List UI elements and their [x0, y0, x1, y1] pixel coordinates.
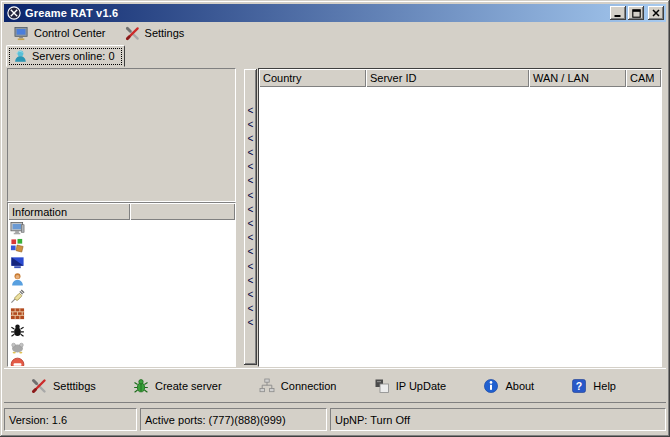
chevron-left-glyph: <	[248, 118, 254, 132]
display-icon	[10, 255, 25, 270]
minimize-icon	[614, 9, 622, 17]
titlebar: Greame RAT v1.6	[4, 4, 666, 22]
toolbar-item-label: IP UpDate	[396, 380, 447, 392]
status-version: Version: 1.6	[4, 408, 137, 431]
svg-text:?: ?	[576, 380, 582, 392]
connection-button[interactable]: Connection	[259, 378, 337, 394]
statusbar: Version: 1.6 Active ports: (777)(888)(99…	[4, 404, 666, 433]
toolbar-item-label: Setttibgs	[53, 380, 96, 392]
tab-label: Servers online: 0	[32, 50, 115, 62]
server-list-header-row: Country Server ID WAN / LAN CAM	[259, 69, 661, 87]
list-item[interactable]	[8, 339, 235, 356]
computer-icon	[10, 221, 25, 236]
components-icon	[10, 238, 25, 253]
chevron-left-glyph: <	[248, 146, 254, 160]
firewall-icon	[10, 306, 25, 321]
menu-item-label: Settings	[145, 27, 185, 39]
tab-focus-rect: Servers online: 0	[9, 48, 122, 65]
information-blank-header[interactable]	[130, 203, 235, 220]
list-item[interactable]	[8, 237, 235, 254]
online-user-icon	[13, 49, 27, 63]
mouse-icon	[10, 340, 25, 355]
splitter-collapse-button[interactable]: < < < < < < < < < < < < < < < <	[244, 69, 257, 365]
chevron-left-glyph: <	[248, 302, 254, 316]
chevron-left-glyph: <	[248, 174, 254, 188]
create-server-button[interactable]: Create server	[133, 378, 222, 394]
information-list	[8, 220, 235, 366]
tab-servers-online[interactable]: Servers online: 0	[6, 45, 125, 67]
server-list: Country Server ID WAN / LAN CAM	[258, 68, 662, 367]
toolbar-item-label: Help	[593, 380, 616, 392]
black-bug-icon	[10, 323, 25, 338]
information-panel: Information	[7, 202, 236, 367]
crossed-tools-icon	[125, 26, 140, 41]
menu-item-label: Control Center	[34, 27, 106, 39]
server-list-body[interactable]	[259, 87, 661, 366]
chevron-left-glyph: <	[248, 217, 254, 231]
list-item[interactable]	[8, 254, 235, 271]
green-bug-icon	[133, 378, 149, 394]
close-button[interactable]	[648, 6, 664, 20]
toolbar-item-label: Connection	[281, 380, 337, 392]
chevron-left-glyph: <	[248, 231, 254, 245]
list-item[interactable]	[8, 271, 235, 288]
layered-squares-icon	[374, 378, 390, 394]
settings-button[interactable]: Setttibgs	[31, 378, 96, 394]
status-upnp: UpNP: Turn Off	[330, 408, 666, 431]
information-header-row: Information	[8, 203, 235, 220]
chevron-left-glyph: <	[248, 288, 254, 302]
about-button[interactable]: About	[483, 378, 534, 394]
list-item[interactable]	[8, 305, 235, 322]
network-icon	[259, 378, 275, 394]
chevron-left-glyph: <	[248, 104, 254, 118]
monitor-icon	[14, 26, 29, 41]
status-active-ports: Active ports: (777)(888)(999)	[140, 408, 327, 431]
syringe-icon	[10, 289, 25, 304]
maximize-button[interactable]	[628, 6, 644, 20]
toolbar-item-label: About	[505, 380, 534, 392]
menu-control-center[interactable]: Control Center	[11, 25, 109, 42]
flag-preview-panel	[7, 68, 236, 202]
alert-icon	[10, 357, 25, 366]
ip-update-button[interactable]: IP UpDate	[374, 378, 447, 394]
column-header-server-id[interactable]: Server ID	[366, 69, 529, 87]
chevron-left-glyph: <	[248, 245, 254, 259]
menubar: Control Center Settings	[4, 22, 666, 44]
app-window: Greame RAT v1.6 Control Center	[0, 0, 670, 437]
chevron-left-glyph: <	[248, 203, 254, 217]
list-item[interactable]	[8, 356, 235, 366]
list-item[interactable]	[8, 288, 235, 305]
list-item[interactable]	[8, 220, 235, 237]
chevron-left-glyph: <	[248, 160, 254, 174]
bottom-toolbar: Setttibgs Create server Connection	[4, 368, 666, 403]
chevron-left-glyph: <	[248, 316, 254, 330]
app-icon	[7, 6, 21, 20]
info-circle-icon	[483, 378, 499, 394]
column-header-wan-lan[interactable]: WAN / LAN	[529, 69, 626, 87]
user-icon	[10, 272, 25, 287]
maximize-icon	[632, 9, 641, 18]
chevron-left-glyph: <	[248, 189, 254, 203]
window-title: Greame RAT v1.6	[25, 7, 608, 19]
chevron-left-glyph: <	[248, 260, 254, 274]
column-header-country[interactable]: Country	[259, 69, 366, 87]
chevron-left-glyph: <	[248, 274, 254, 288]
help-square-icon: ?	[571, 378, 587, 394]
help-button[interactable]: ? Help	[571, 378, 616, 394]
toolbar-item-label: Create server	[155, 380, 222, 392]
list-item[interactable]	[8, 322, 235, 339]
chevron-left-glyph: <	[248, 132, 254, 146]
crossed-tools-icon	[31, 378, 47, 394]
column-header-cam[interactable]: CAM	[626, 69, 661, 87]
close-icon	[652, 9, 660, 17]
information-column-header[interactable]: Information	[8, 203, 130, 220]
minimize-button[interactable]	[610, 6, 626, 20]
tab-bar: Servers online: 0	[4, 44, 666, 67]
menu-settings[interactable]: Settings	[122, 25, 188, 42]
